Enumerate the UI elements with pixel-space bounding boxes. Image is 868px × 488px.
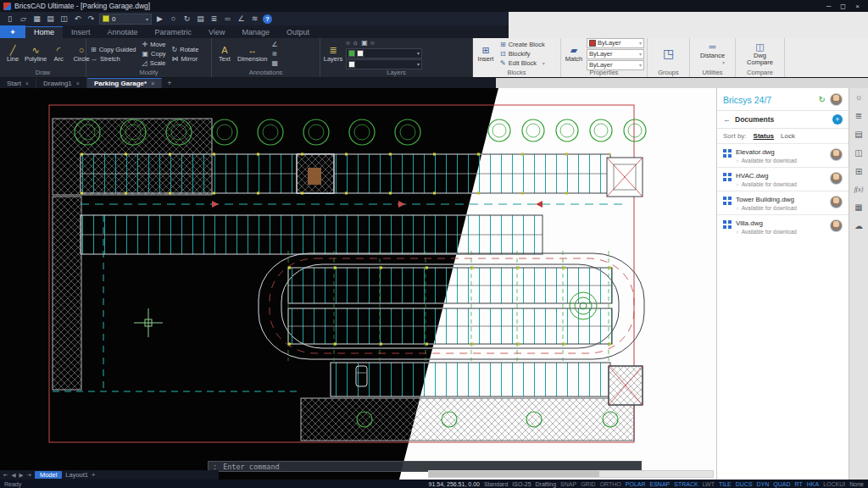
close-button[interactable]: × bbox=[850, 3, 865, 10]
maximize-button[interactable]: ◻ bbox=[836, 3, 850, 10]
scrollbar-thumb[interactable] bbox=[429, 471, 599, 477]
sort-lock-option[interactable]: Lock bbox=[781, 132, 795, 140]
create-block-button[interactable]: ⊞ Create Block bbox=[498, 41, 547, 49]
document-item-villa[interactable]: Villa.dwg ○ Available for download bbox=[717, 214, 849, 238]
distance-icon[interactable]: ═ bbox=[222, 14, 233, 25]
close-tab-icon[interactable]: × bbox=[76, 80, 80, 86]
annotation-tool-button[interactable]: ≋ bbox=[270, 50, 280, 58]
toggle-grid[interactable]: GRID bbox=[581, 481, 596, 487]
toggle-rt[interactable]: RT bbox=[795, 481, 803, 487]
sheets-panel-icon[interactable]: ◫ bbox=[854, 148, 862, 158]
zoom-icon[interactable]: ○ bbox=[168, 14, 179, 25]
annotation-tool-button[interactable]: ∠ bbox=[270, 41, 280, 49]
layers-button[interactable]: ≣ Layers bbox=[323, 46, 343, 63]
tab-output[interactable]: Output bbox=[278, 27, 318, 38]
back-icon[interactable]: ← bbox=[723, 115, 731, 124]
dimension-button[interactable]: ↔ Dimension bbox=[237, 46, 267, 63]
scale-button[interactable]: ◿ Scale bbox=[140, 59, 167, 68]
layout1-tab[interactable]: Layout1 bbox=[65, 471, 88, 479]
add-layout-button[interactable]: + bbox=[92, 471, 95, 479]
refresh-icon[interactable]: ↻ bbox=[819, 95, 826, 104]
toggle-lockui[interactable]: LOCKUI bbox=[823, 481, 845, 487]
print-preview-icon[interactable]: ◫ bbox=[58, 14, 70, 25]
model-tab[interactable]: Model bbox=[35, 471, 62, 479]
previous-layout-icon[interactable]: ◀ bbox=[11, 472, 15, 479]
toggle-snap[interactable]: SNAP bbox=[560, 481, 576, 487]
redo-icon[interactable]: ↷ bbox=[86, 14, 97, 25]
fx-panel-icon[interactable]: f(x) bbox=[854, 186, 863, 193]
mirror-button[interactable]: ⋈ Mirror bbox=[170, 54, 201, 63]
doc-tab-start[interactable]: Start × bbox=[0, 78, 36, 88]
sort-status-option[interactable]: Status bbox=[754, 132, 774, 140]
save-icon[interactable]: ▦ bbox=[31, 14, 42, 25]
print-icon[interactable]: ▤ bbox=[45, 14, 56, 25]
undo-icon[interactable]: ↶ bbox=[72, 14, 83, 25]
blocks-panel-icon[interactable]: ⊞ bbox=[855, 167, 862, 176]
toggle-dyn[interactable]: DYN bbox=[757, 481, 770, 487]
regen-icon[interactable]: ↻ bbox=[181, 14, 192, 25]
text-button[interactable]: A Text bbox=[214, 46, 235, 63]
tab-insert[interactable]: Insert bbox=[63, 27, 99, 38]
new-file-icon[interactable]: ▯ bbox=[4, 14, 15, 25]
close-tab-icon[interactable]: × bbox=[151, 80, 154, 86]
toggle-tile[interactable]: TILE bbox=[719, 481, 732, 487]
toggle-hka[interactable]: HKA bbox=[807, 481, 819, 487]
horizontal-scrollbar[interactable] bbox=[428, 470, 714, 478]
toggle-quad[interactable]: QUAD bbox=[773, 481, 790, 487]
layer-on-icon[interactable]: ○ bbox=[346, 39, 350, 47]
annotation-scale[interactable]: None bbox=[849, 481, 864, 487]
layers-panel-icon[interactable]: ▤ bbox=[854, 130, 862, 139]
tab-annotate[interactable]: Annotate bbox=[99, 27, 147, 38]
stretch-button[interactable]: ↔ Stretch bbox=[89, 54, 137, 63]
layers-icon[interactable]: ▤ bbox=[195, 14, 206, 25]
minimize-button[interactable]: ─ bbox=[821, 3, 836, 10]
document-item-elevator[interactable]: Elevator.dwg ○ Available for download bbox=[717, 143, 849, 167]
match-properties-button[interactable]: ▰ Match bbox=[564, 46, 584, 63]
palettes-panel-icon[interactable]: ▦ bbox=[854, 202, 862, 212]
toggle-lwt[interactable]: LWT bbox=[703, 481, 715, 487]
layer-state-dropdown[interactable]: ▾ bbox=[346, 59, 422, 69]
application-button[interactable]: ✦ bbox=[0, 25, 25, 38]
arc-button[interactable]: ◜ Arc bbox=[48, 46, 69, 63]
current-layer-dropdown[interactable]: 0 ▾ bbox=[99, 14, 152, 25]
copy-button[interactable]: ▣ Copy bbox=[140, 50, 167, 58]
add-document-button[interactable]: + bbox=[832, 114, 843, 125]
rotate-button[interactable]: ↻ Rotate bbox=[170, 45, 201, 53]
new-tab-button[interactable]: + bbox=[162, 78, 176, 88]
layer-freeze-icon[interactable]: ☼ bbox=[353, 39, 359, 47]
linetype-dropdown[interactable]: ByLayer ▾ bbox=[587, 49, 644, 59]
cursor-icon[interactable]: ▶ bbox=[154, 14, 165, 25]
workspace-name[interactable]: Drafting bbox=[536, 481, 557, 487]
structure-panel-icon[interactable]: ≣ bbox=[855, 111, 862, 120]
line-button[interactable]: ╱ Line bbox=[3, 46, 23, 63]
drawing-canvas[interactable]: : Enter command ⇤ ◀ ▶ ⇥ Model Layout1 + bbox=[0, 88, 716, 480]
tab-parametric[interactable]: Parametric bbox=[147, 27, 201, 38]
group-button[interactable]: ◳ bbox=[659, 49, 679, 58]
document-item-tower-building[interactable]: Tower Building.dwg ○ Available for downl… bbox=[717, 191, 849, 214]
user-avatar[interactable] bbox=[830, 93, 843, 106]
angle-icon[interactable]: ∠ bbox=[236, 14, 247, 25]
last-layout-icon[interactable]: ⇥ bbox=[26, 472, 31, 479]
layer-lock-icon[interactable]: ▣ bbox=[361, 39, 368, 47]
copy-guided-button[interactable]: ⊞ Copy Guided bbox=[89, 45, 137, 53]
first-layout-icon[interactable]: ⇤ bbox=[3, 472, 8, 479]
cloud-panel-icon[interactable]: ☁ bbox=[854, 221, 863, 230]
dimension-style[interactable]: ISO-25 bbox=[512, 481, 531, 487]
text-style[interactable]: Standard bbox=[484, 481, 508, 487]
document-item-hvac[interactable]: HVAC.dwg ○ Available for download bbox=[717, 167, 849, 191]
properties-icon[interactable]: ≣ bbox=[209, 14, 220, 25]
settings-icon[interactable]: ≋ bbox=[249, 14, 260, 25]
edit-block-button[interactable]: ✎ Edit Block ▾ bbox=[498, 59, 547, 68]
annotation-tool-button[interactable]: ▦ bbox=[270, 59, 280, 68]
tab-view[interactable]: View bbox=[200, 27, 233, 38]
next-layout-icon[interactable]: ▶ bbox=[19, 472, 23, 479]
doc-tab-drawing1[interactable]: Drawing1 × bbox=[36, 78, 87, 88]
insert-block-button[interactable]: ⊞ Insert bbox=[476, 46, 496, 63]
toggle-polar[interactable]: POLAR bbox=[626, 481, 646, 487]
blockify-button[interactable]: ⊡ Blockify bbox=[498, 50, 547, 58]
distance-button[interactable]: ═ Distance ▾ bbox=[700, 42, 725, 65]
toggle-strack[interactable]: STRACK bbox=[674, 481, 698, 487]
open-file-icon[interactable]: ▱ bbox=[18, 14, 29, 25]
layer-isolate-icon[interactable]: ○ bbox=[370, 39, 375, 47]
move-button[interactable]: ✛ Move bbox=[140, 41, 167, 49]
